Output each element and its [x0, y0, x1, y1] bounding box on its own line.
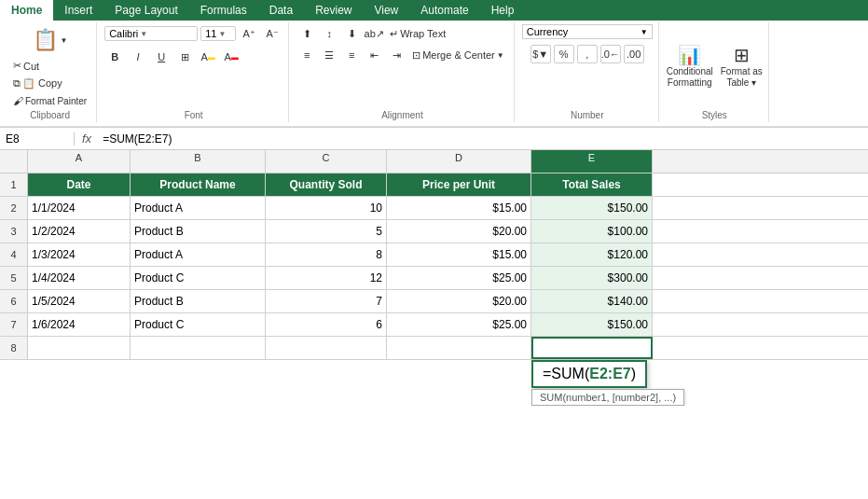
bold-button[interactable]: B [104, 48, 125, 66]
tab-review[interactable]: Review [304, 0, 363, 21]
decrease-indent-button[interactable]: ⇤ [364, 46, 384, 64]
cell-7-D[interactable]: $25.00 [387, 313, 531, 336]
cell-2-A[interactable]: 1/1/2024 [28, 197, 131, 219]
cell-1-E[interactable]: Total Sales [531, 173, 653, 196]
cell-1-C[interactable]: Quantity Sold [266, 173, 387, 196]
cell-5-B[interactable]: Product C [131, 267, 266, 289]
align-left-button[interactable]: ≡ [296, 46, 317, 64]
cell-6-D[interactable]: $20.00 [387, 290, 531, 312]
cut-button[interactable]: ✂ Cut [9, 58, 90, 74]
cell-4-C[interactable]: 8 [266, 243, 387, 266]
border-button[interactable]: ⊞ [174, 48, 195, 66]
paste-button[interactable]: 📋 ▼ [9, 24, 90, 56]
cell-1-B[interactable]: Product Name [131, 173, 266, 196]
increase-font-button[interactable]: A⁺ [239, 24, 259, 43]
copy-button[interactable]: ⧉ 📋 Copy [9, 76, 90, 91]
tab-home[interactable]: Home [0, 0, 53, 21]
cell-1-D[interactable]: Price per Unit [387, 173, 531, 196]
row-num-2[interactable]: 2 [0, 197, 28, 219]
alignment-content: ⬆ ↕ ⬇ ab↗ ↵ Wrap Text ≡ ☰ ≡ ⇤ ⇥ ⊡ [296, 24, 508, 108]
cell-8-A[interactable] [28, 337, 131, 359]
cell-5-A[interactable]: 1/4/2024 [28, 267, 131, 289]
cell-5-C[interactable]: 12 [266, 267, 387, 289]
col-header-A[interactable]: A [28, 150, 131, 173]
col-header-D[interactable]: D [387, 150, 531, 173]
align-bottom-button[interactable]: ⬇ [341, 24, 362, 43]
cell-1-A[interactable]: Date [28, 173, 131, 196]
cell-3-B[interactable]: Product B [131, 220, 266, 243]
align-top-button[interactable]: ⬆ [296, 24, 317, 43]
font-size-select[interactable]: 11 ▼ [200, 26, 236, 41]
cell-4-A[interactable]: 1/3/2024 [28, 243, 131, 266]
col-header-B[interactable]: B [131, 150, 266, 173]
cell-5-D[interactable]: $25.00 [387, 267, 531, 289]
number-format-select[interactable]: Currency ▼ [522, 24, 653, 39]
wrap-text-button[interactable]: ↵ Wrap Text [386, 24, 449, 43]
cell-4-E[interactable]: $120.00 [531, 243, 653, 266]
tab-view[interactable]: View [363, 0, 409, 21]
formula-input[interactable]: =SUM(E2:E7) [99, 132, 868, 146]
cell-8-D[interactable] [387, 337, 531, 359]
italic-button[interactable]: I [128, 48, 148, 66]
cell-8-B[interactable] [131, 337, 266, 359]
cell-6-E[interactable]: $140.00 [531, 290, 653, 312]
align-right-button[interactable]: ≡ [341, 46, 362, 64]
cell-5-E[interactable]: $300.00 [531, 267, 653, 289]
row-num-6[interactable]: 6 [0, 290, 28, 312]
tab-formulas[interactable]: Formulas [189, 0, 258, 21]
cell-4-D[interactable]: $15.00 [387, 243, 531, 266]
cell-3-C[interactable]: 5 [266, 220, 387, 243]
orientation-button[interactable]: ab↗ [364, 24, 384, 43]
row-num-4[interactable]: 4 [0, 243, 28, 266]
align-center-button[interactable]: ☰ [319, 46, 339, 64]
row-num-1[interactable]: 1 [0, 173, 28, 196]
cell-7-B[interactable]: Product C [131, 313, 266, 336]
cell-6-C[interactable]: 7 [266, 290, 387, 312]
cell-2-D[interactable]: $15.00 [387, 197, 531, 219]
tab-data[interactable]: Data [258, 0, 304, 21]
tab-insert[interactable]: Insert [53, 0, 103, 21]
fill-color-button[interactable]: A▬ [198, 48, 218, 66]
fx-label: fx [75, 132, 99, 146]
conditional-formatting-button[interactable]: 📊 ConditionalFormatting [667, 44, 713, 89]
row-num-3[interactable]: 3 [0, 220, 28, 243]
format-as-table-button[interactable]: ⊞ Format asTable ▾ [721, 44, 763, 89]
cell-3-A[interactable]: 1/2/2024 [28, 220, 131, 243]
name-box[interactable]: E8 [0, 132, 75, 146]
cell-3-E[interactable]: $100.00 [531, 220, 653, 243]
cell-6-B[interactable]: Product B [131, 290, 266, 312]
col-header-C[interactable]: C [266, 150, 387, 173]
increase-indent-button[interactable]: ⇥ [386, 46, 406, 64]
merge-center-button[interactable]: ⊡ Merge & Center ▼ [408, 46, 508, 64]
percent-button[interactable]: % [554, 45, 574, 63]
alignment-label: Alignment [381, 110, 422, 120]
row-num-7[interactable]: 7 [0, 313, 28, 336]
cell-4-B[interactable]: Product A [131, 243, 266, 266]
cell-3-D[interactable]: $20.00 [387, 220, 531, 243]
cell-8-E[interactable]: {150;100;120;300;140;150} [531, 337, 653, 359]
row-num-5[interactable]: 5 [0, 267, 28, 289]
tab-page-layout[interactable]: Page Layout [103, 0, 188, 21]
cell-7-C[interactable]: 6 [266, 313, 387, 336]
format-painter-button[interactable]: 🖌 Format Painter [9, 93, 90, 108]
cell-7-E[interactable]: $150.00 [531, 313, 653, 336]
cell-2-E[interactable]: $150.00 [531, 197, 653, 219]
cell-6-A[interactable]: 1/5/2024 [28, 290, 131, 312]
underline-button[interactable]: U [151, 48, 172, 66]
cell-2-B[interactable]: Product A [131, 197, 266, 219]
cell-8-C[interactable] [266, 337, 387, 359]
dollar-button[interactable]: $▼ [530, 45, 551, 63]
row-num-8[interactable]: 8 [0, 337, 28, 359]
decrease-font-button[interactable]: A⁻ [262, 24, 282, 43]
cell-2-C[interactable]: 10 [266, 197, 387, 219]
tab-automate[interactable]: Automate [409, 0, 479, 21]
comma-button[interactable]: , [577, 45, 598, 63]
font-name-select[interactable]: Calibri ▼ [104, 26, 198, 41]
col-header-E[interactable]: E [531, 150, 653, 173]
tab-help[interactable]: Help [480, 0, 526, 21]
font-color-button[interactable]: A▬ [221, 48, 241, 66]
decrease-decimal-button[interactable]: .0← [600, 45, 621, 63]
increase-decimal-button[interactable]: .00 [624, 45, 644, 63]
align-middle-button[interactable]: ↕ [319, 24, 339, 43]
cell-7-A[interactable]: 1/6/2024 [28, 313, 131, 336]
